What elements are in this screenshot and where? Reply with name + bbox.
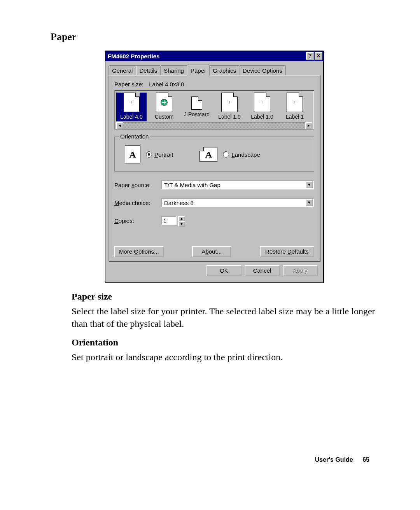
portrait-icon: A xyxy=(125,145,140,163)
window-title: FM4602 Properties xyxy=(108,53,305,60)
page-icon xyxy=(254,93,270,112)
scroll-right-button[interactable]: ► xyxy=(305,122,312,129)
paper-item-custom[interactable]: Custom xyxy=(149,93,179,121)
dropdown-button[interactable]: ▼ xyxy=(306,181,313,188)
copies-stepper[interactable]: ▲ ▼ xyxy=(178,216,185,225)
media-choice-combo[interactable]: Darkness 8 ▼ xyxy=(161,198,314,207)
close-button[interactable]: × xyxy=(315,52,322,60)
restore-defaults-button[interactable]: Restore Defaults xyxy=(260,246,314,257)
radio-icon xyxy=(223,151,229,158)
dialog-footer: OK Cancel Apply xyxy=(108,261,320,279)
page-icon xyxy=(123,93,140,112)
question-icon: ? xyxy=(308,53,312,59)
page-number: 65 xyxy=(362,456,369,463)
paper-size-label: Paper size: xyxy=(114,81,144,88)
paper-item-label: Label 1.0 xyxy=(247,114,277,120)
paper-scrollbar[interactable]: ◄ ► xyxy=(116,122,312,129)
landscape-radio-label: Landscape xyxy=(231,151,260,158)
tab-general[interactable]: General xyxy=(108,65,136,75)
custom-icon xyxy=(156,93,172,112)
properties-dialog: FM4602 Properties ? × General Details Sh… xyxy=(105,51,324,283)
portrait-radio[interactable]: Portrait xyxy=(146,151,173,158)
copies-value: 1 xyxy=(163,217,166,224)
page-icon xyxy=(191,96,202,110)
help-button[interactable]: ? xyxy=(306,52,314,60)
paper-source-combo[interactable]: T/T & Media with Gap ▼ xyxy=(161,180,314,189)
radio-icon xyxy=(146,151,152,158)
about-button[interactable]: About... xyxy=(192,246,231,257)
chevron-down-icon: ▼ xyxy=(307,183,311,187)
paper-item-label10a[interactable]: Label 1.0 xyxy=(214,93,245,121)
left-arrow-icon: ◄ xyxy=(118,124,122,128)
paper-item-label: Label 1.0 xyxy=(214,114,245,120)
paper-item-jpostcard[interactable]: J.Postcard xyxy=(182,93,212,121)
copies-label: Copies: xyxy=(114,217,161,224)
title-bar: FM4602 Properties ? × xyxy=(105,51,323,61)
options-button-row: More Options... About... Restore Default… xyxy=(114,246,314,257)
section-heading-paper: Paper xyxy=(51,31,381,43)
paper-size-area: Paper size: Label 4.0x3.0 xyxy=(114,81,314,88)
dropdown-button[interactable]: ▼ xyxy=(306,199,313,206)
down-arrow-icon: ▼ xyxy=(180,222,184,226)
media-choice-value: Darkness 8 xyxy=(164,200,306,206)
paper-item-label10b[interactable]: Label 1.0 xyxy=(247,93,277,121)
landscape-radio[interactable]: Landscape xyxy=(223,151,260,158)
scroll-track[interactable] xyxy=(123,122,305,129)
tab-device-options[interactable]: Device Options xyxy=(239,65,286,75)
close-icon: × xyxy=(317,53,320,59)
tab-paper[interactable]: Paper xyxy=(187,65,210,75)
media-choice-label: Media choice: xyxy=(114,200,161,206)
tab-panel-paper: Paper size: Label 4.0x3.0 Label 4.0 xyxy=(108,75,320,261)
spinner-down-button[interactable]: ▼ xyxy=(178,221,185,227)
paper-size-description: Select the label size for your printer. … xyxy=(72,305,381,330)
paper-item-label: Custom xyxy=(149,114,179,120)
copies-input[interactable]: 1 xyxy=(161,216,177,225)
media-choice-row: Media choice: Darkness 8 ▼ xyxy=(114,198,314,207)
tab-details[interactable]: Details xyxy=(136,65,161,75)
paper-item-label40[interactable]: Label 4.0 xyxy=(116,93,147,121)
tab-sharing[interactable]: Sharing xyxy=(160,65,187,75)
up-arrow-icon: ▲ xyxy=(180,217,184,221)
orientation-group: Orientation A Portrait A Landscap xyxy=(114,137,314,172)
ok-button[interactable]: OK xyxy=(206,265,242,276)
subheading-paper-size: Paper size xyxy=(72,291,381,302)
cancel-button[interactable]: Cancel xyxy=(245,265,280,276)
paper-size-picker: Label 4.0 Custom J.Postcard xyxy=(114,90,314,130)
orientation-description: Set portrait or landscape according to t… xyxy=(72,351,381,363)
paper-item-label1[interactable]: Label 1 xyxy=(280,93,310,121)
more-options-button[interactable]: More Options... xyxy=(114,246,164,257)
footer-label: User's Guide xyxy=(315,456,353,463)
paper-source-row: Paper source: T/T & Media with Gap ▼ xyxy=(114,180,314,189)
paper-item-label: J.Postcard xyxy=(182,111,212,117)
orientation-legend: Orientation xyxy=(119,133,150,140)
paper-item-label: Label 4.0 xyxy=(116,114,147,120)
right-arrow-icon: ► xyxy=(307,124,311,128)
page-icon xyxy=(221,93,238,112)
page-icon xyxy=(287,93,303,112)
chevron-down-icon: ▼ xyxy=(307,201,311,205)
tab-graphics[interactable]: Graphics xyxy=(209,65,240,75)
spinner-up-button[interactable]: ▲ xyxy=(178,216,185,221)
tab-strip: General Details Sharing Paper Graphics D… xyxy=(108,64,320,75)
paper-source-value: T/T & Media with Gap xyxy=(164,182,306,188)
copies-row: Copies: 1 ▲ ▼ xyxy=(114,216,314,225)
paper-size-value: Label 4.0x3.0 xyxy=(149,81,184,88)
apply-button[interactable]: Apply xyxy=(283,265,318,276)
portrait-radio-label: Portrait xyxy=(154,151,173,158)
landscape-icon: A xyxy=(200,147,217,162)
paper-item-label: Label 1 xyxy=(280,114,310,120)
paper-source-label: Paper source: xyxy=(114,182,161,188)
page-footer: User's Guide 65 xyxy=(315,456,369,463)
subheading-orientation: Orientation xyxy=(72,337,381,348)
scroll-left-button[interactable]: ◄ xyxy=(116,122,123,129)
